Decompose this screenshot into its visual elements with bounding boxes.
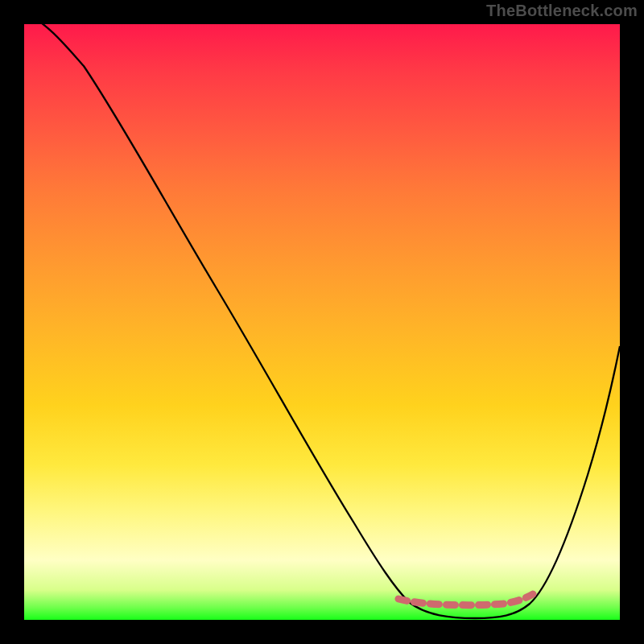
curve-layer — [24, 24, 620, 620]
watermark-text: TheBottleneck.com — [486, 2, 638, 20]
highlight-dash-path — [398, 594, 533, 605]
chart-container: TheBottleneck.com — [0, 0, 644, 644]
plot-area — [24, 24, 620, 620]
bottleneck-curve-path — [24, 24, 620, 618]
